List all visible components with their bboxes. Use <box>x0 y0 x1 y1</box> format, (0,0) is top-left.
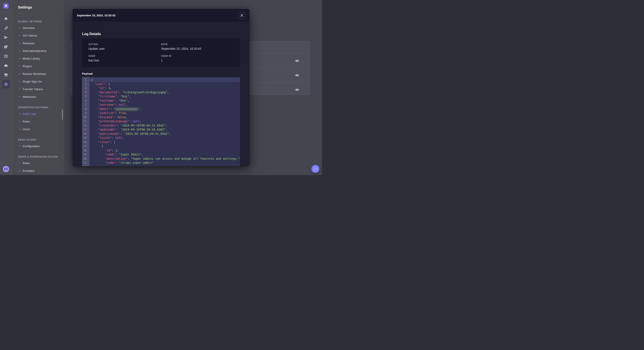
view-details-button[interactable] <box>294 87 300 93</box>
subnav-item-configuration[interactable]: Configuration <box>12 142 63 150</box>
rail-item-settings[interactable] <box>2 80 10 88</box>
code-text: } <box>90 165 240 166</box>
code-line: 1⌄{ <box>82 78 240 82</box>
fold-chevron-icon[interactable]: ⌄ <box>87 144 90 149</box>
subnav-item-roles[interactable]: Roles <box>12 159 63 167</box>
bullet-icon <box>19 43 20 44</box>
subnav-item-label: Internationalization <box>22 49 47 52</box>
code-line: 7 "username": null, <box>82 103 240 107</box>
subnav-item-label: Audit Logs <box>22 112 36 116</box>
subnav-item-label: Webhooks <box>22 95 36 98</box>
subnav-item-audit-logs[interactable]: Audit Logs <box>12 110 63 118</box>
subnav-item-label: Users <box>22 128 30 131</box>
code-text: { <box>90 78 240 82</box>
rail-item-media-library[interactable] <box>2 42 10 51</box>
code-line: 2⌄ "user": { <box>82 82 240 86</box>
subnav-item-label: Media Library <box>22 57 40 60</box>
cart-icon <box>4 73 8 77</box>
subnav-section: USERS & PERMISSIONS PLUGINRolesProviders <box>12 155 63 175</box>
detail-value: Kai Doe <box>88 59 161 62</box>
fold-chevron-icon[interactable]: ⌄ <box>87 78 90 82</box>
code-text: "id": 1, <box>90 149 240 153</box>
line-number: 18 <box>82 149 87 153</box>
detail-label: DATE <box>161 43 234 45</box>
payload-code-editor[interactable]: 1⌄{2⌄ "user": {3 "id": 1,4 "documentId":… <box>82 77 240 166</box>
line-number: 11 <box>82 119 87 124</box>
detail-cell: USERKai Doe <box>88 55 161 62</box>
bullet-icon <box>19 170 20 171</box>
line-number: 22 <box>82 165 87 166</box>
line-number: 16 <box>82 140 87 144</box>
code-line: 21 "code": "strapi-super-admin" <box>82 161 240 165</box>
subnav-item-internationalization[interactable]: Internationalization <box>12 47 63 55</box>
bullet-icon <box>19 50 20 51</box>
fold-chevron-icon[interactable]: ⌄ <box>87 82 90 86</box>
subnav-scrollbar-thumb[interactable] <box>62 110 63 120</box>
bullet-icon <box>19 81 20 82</box>
code-line: 17⌄ { <box>82 144 240 149</box>
line-number: 1 <box>82 78 87 82</box>
line-number: 21 <box>82 161 87 165</box>
rail-item-deploy[interactable] <box>2 33 10 42</box>
fold-spacer <box>87 107 90 111</box>
view-details-button[interactable] <box>294 58 300 64</box>
detail-label: USER <box>88 55 161 57</box>
rail-bottom-divider <box>0 163 12 163</box>
subnav-item-review-workflows[interactable]: Review Workflows <box>12 70 63 78</box>
subnav-item-releases[interactable]: Releases <box>12 39 63 47</box>
feather-icon <box>4 26 8 30</box>
code-text: "id": 1, <box>90 86 240 90</box>
payload-label: Payload <box>82 72 240 75</box>
detail-label: ACTION <box>88 43 161 45</box>
subnav-item-media-library[interactable]: Media Library <box>12 55 63 62</box>
fold-spacer <box>87 165 90 166</box>
code-text: "description": "Super Admins can access … <box>90 157 240 161</box>
subnav-item-plugins[interactable]: Plugins <box>12 62 63 70</box>
log-details-heading: Log Details <box>82 32 240 36</box>
detail-value: Update user <box>88 47 161 50</box>
help-button[interactable]: ? <box>311 165 320 173</box>
line-number: 7 <box>82 103 87 107</box>
title-divider <box>18 13 23 14</box>
subnav-item-overview[interactable]: Overview <box>12 24 63 32</box>
code-text: "username": null, <box>90 103 240 107</box>
rail-item-marketplace[interactable] <box>2 70 10 80</box>
line-number: 9 <box>82 111 87 115</box>
close-button[interactable] <box>238 12 245 19</box>
rail-item-content-type-builder[interactable] <box>2 51 10 61</box>
code-line: 14 "publishedAt": "2024-09-10T08:04:51.0… <box>82 132 240 136</box>
subnav-item-label: Releases <box>22 42 34 45</box>
subnav-item-providers[interactable]: Providers <box>12 167 63 175</box>
fold-spacer <box>87 128 90 132</box>
settings-subnav: Settings GLOBAL SETTINGSOverviewAPI Toke… <box>12 0 64 175</box>
code-line: 19 "name": "Super Admin", <box>82 153 240 157</box>
code-text: "email": "■■■■■■■■■■■■■", <box>90 107 240 111</box>
rail-item-content-manager[interactable] <box>2 23 10 33</box>
line-number: 10 <box>82 115 87 120</box>
subnav-item-api-tokens[interactable]: API Tokens <box>12 32 63 39</box>
subnav-item-transfer-tokens[interactable]: Transfer Tokens <box>12 85 63 93</box>
bullet-icon <box>19 96 20 97</box>
subnav-item-label: Providers <box>22 169 35 173</box>
code-text: "user": { <box>90 82 240 86</box>
line-number: 3 <box>82 86 87 90</box>
subnav-item-users[interactable]: Users <box>12 125 63 133</box>
subnav-item-roles[interactable]: Roles <box>12 118 63 125</box>
subnav-item-single-sign-on[interactable]: Single Sign-On <box>12 78 63 85</box>
view-details-button[interactable] <box>294 72 300 78</box>
code-text: "roles": [ <box>90 140 240 144</box>
log-details-grid: ACTIONUpdate userDATESeptember 10, 2024,… <box>82 38 240 67</box>
strapi-logo[interactable] <box>4 3 8 8</box>
rail-item-cloud[interactable] <box>2 61 10 70</box>
subnav-section: GLOBAL SETTINGSOverviewAPI TokensRelease… <box>12 20 63 101</box>
fold-chevron-icon[interactable]: ⌄ <box>87 140 90 144</box>
user-avatar[interactable]: KD <box>3 166 9 172</box>
fold-spacer <box>87 124 90 128</box>
detail-cell: ACTIONUpdate user <box>88 43 161 50</box>
subnav-title: Settings <box>12 0 63 9</box>
subnav-item-label: Single Sign-On <box>22 80 42 83</box>
subnav-item-webhooks[interactable]: Webhooks <box>12 93 63 101</box>
code-text: "preferedLanguage": null, <box>90 119 240 124</box>
detail-value: September 10, 2024, 10:20:43 <box>161 47 234 50</box>
rail-item-home[interactable] <box>2 14 10 23</box>
